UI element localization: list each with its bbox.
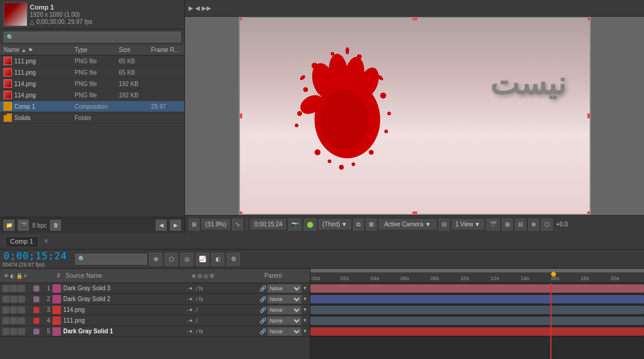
search-input[interactable]	[4, 32, 181, 42]
timeline-3d-button[interactable]: ⬡	[165, 253, 178, 266]
layer-5-solo[interactable]	[10, 328, 17, 335]
offset-value: +0.0	[556, 221, 568, 228]
layer-5-parent: 🔗 None ▼	[260, 327, 307, 336]
list-item-folder[interactable]: Solids Folder	[0, 112, 184, 124]
fit-to-view-button[interactable]: ⤡	[232, 219, 243, 231]
layer-2-lock[interactable]	[18, 296, 25, 303]
layer-3-solo[interactable]	[10, 306, 17, 314]
zoom-display[interactable]: (31.9%)	[202, 219, 230, 229]
track-row-1	[310, 283, 644, 294]
layer-2-parent-select[interactable]: None	[267, 295, 301, 303]
layer-1-switches	[2, 285, 32, 292]
layer-source-header: Source Name	[66, 272, 190, 279]
layer-3-visible[interactable]	[2, 306, 10, 314]
timeline-timecode: 0;00;15;24	[4, 250, 67, 262]
layer-1-lock[interactable]	[18, 285, 25, 292]
file-icon-folder	[4, 113, 12, 122]
delete-button[interactable]: 🗑	[50, 220, 61, 231]
layer-5-visible[interactable]	[2, 328, 10, 335]
track-bar-1[interactable]	[310, 284, 644, 293]
layout-button[interactable]: ⊟	[439, 219, 449, 231]
layer-1-color	[33, 286, 39, 292]
handle-mid-left[interactable]	[239, 113, 242, 118]
parent-dropdown-arrow: ▼	[303, 329, 307, 334]
layer-row[interactable]: 5 Dark Gray Solid 1 -✦. / fx 🔗 None ▼	[0, 326, 310, 337]
camera-icon-button[interactable]: 📷	[288, 219, 301, 231]
project-panel-footer: 📁 🎬 8 bpc 🗑 ◀ ▶	[0, 217, 184, 233]
layer-2-solo[interactable]	[10, 296, 17, 303]
channels-button[interactable]: ⊠	[366, 219, 377, 231]
layer-4-solo[interactable]	[10, 317, 17, 324]
layer-row[interactable]: 4 111.png -✦. / 🔗 None ▼	[0, 315, 310, 326]
eye-header-icon: 👁	[4, 273, 9, 279]
svg-point-8	[380, 93, 386, 99]
snap-button[interactable]: ⊕	[528, 219, 539, 231]
track-bar-3[interactable]	[310, 306, 644, 314]
color-picker-button[interactable]: ⬤	[304, 219, 316, 231]
layer-3-color	[33, 307, 39, 313]
layer-4-parent-select[interactable]: None	[267, 317, 301, 325]
timeline-search-input[interactable]	[75, 254, 147, 265]
left-arrow-button[interactable]: ◀	[156, 220, 167, 231]
list-item[interactable]: 111.png PNG file 65 KB	[0, 67, 184, 78]
3d-button[interactable]: ⬡	[541, 219, 553, 231]
tick-04s: 04s	[371, 275, 380, 281]
list-item[interactable]: 114.png PNG file 192 KB	[0, 78, 184, 90]
right-arrow-button[interactable]: ▶	[170, 220, 181, 231]
layer-3-parent-select[interactable]: None	[267, 306, 301, 314]
playhead-diamond[interactable]	[550, 271, 556, 277]
timeline-motion-button[interactable]: ◎	[180, 253, 193, 266]
layer-2-visible[interactable]	[2, 296, 10, 303]
view-type-button[interactable]: (Third) ▼	[319, 219, 350, 229]
layer-3-lock[interactable]	[18, 306, 25, 314]
render-button[interactable]: 🎬	[486, 219, 500, 231]
layer-5-lock[interactable]	[18, 328, 25, 335]
active-camera-button[interactable]: Active Camera ▼	[379, 219, 436, 229]
stereo-button[interactable]: ⧉	[353, 219, 363, 231]
close-tab-icon[interactable]: ✕	[44, 238, 48, 244]
svg-point-16	[315, 149, 321, 155]
timeline-graph-button[interactable]: 📈	[196, 253, 209, 266]
layer-row[interactable]: 1 Dark Gray Solid 3 -✦. / fx 🔗 None ▼	[0, 283, 310, 294]
create-comp-button[interactable]: 🎬	[18, 220, 29, 231]
separator	[246, 219, 247, 231]
timeline-solo-button[interactable]: ◐	[211, 253, 224, 266]
timeline-render-button[interactable]: ⚙	[227, 253, 240, 266]
timeline-tab[interactable]: Comp 1	[5, 236, 39, 247]
list-item-comp[interactable]: Comp 1 Composition 29.97	[0, 101, 184, 112]
parent-dropdown-arrow: ▼	[303, 296, 307, 302]
list-item[interactable]: 111.png PNG file 65 KB	[0, 56, 184, 67]
handle-bottom-right[interactable]	[587, 211, 591, 215]
layer-4-visible[interactable]	[2, 317, 10, 324]
track-bar-2[interactable]	[310, 295, 644, 303]
handle-top-left[interactable]	[239, 17, 242, 20]
guides-button[interactable]: ⊟	[515, 219, 526, 231]
create-folder-button[interactable]: 📁	[4, 220, 14, 231]
handle-top-mid[interactable]	[412, 17, 417, 20]
layer-row[interactable]: 2 Dark Gray Solid 2 -✦. / fx 🔗 None ▼	[0, 294, 310, 305]
layer-2-switches	[2, 296, 32, 303]
svg-point-22	[346, 47, 349, 54]
track-bar-4[interactable]	[310, 317, 644, 325]
layer-row[interactable]: 3 114.png -✦. / 🔗 None ▼	[0, 305, 310, 315]
timeline-ruler[interactable]: 00s 02s 04s 06s 08s 10s 12s 14s 16s 18s …	[310, 269, 644, 283]
layer-5-parent-select[interactable]: None	[267, 327, 301, 336]
handle-mid-right[interactable]	[587, 113, 591, 118]
handle-top-right[interactable]	[587, 17, 591, 20]
layer-1-visible[interactable]	[2, 285, 10, 292]
handle-bottom-mid[interactable]	[412, 211, 417, 215]
preview-toolbar-top: ▶ ◀ ▶▶	[185, 0, 644, 17]
file-type: PNG file	[75, 58, 116, 65]
track-bar-5[interactable]	[310, 327, 644, 336]
handle-bottom-left[interactable]	[239, 211, 242, 215]
link-icon: 🔗	[260, 318, 266, 324]
layer-1-parent-select[interactable]: None	[267, 284, 301, 293]
views-button[interactable]: 1 View ▼	[452, 219, 484, 229]
grid2-button[interactable]: ⊞	[502, 219, 513, 231]
timeline-mode-button[interactable]: ⊕	[149, 253, 162, 266]
list-item[interactable]: 114.png PNG file 192 KB	[0, 90, 184, 101]
layer-1-solo[interactable]	[10, 285, 17, 292]
layer-4-lock[interactable]	[18, 317, 25, 324]
svg-point-15	[299, 74, 306, 81]
grid-button[interactable]: ⊞	[189, 219, 199, 231]
